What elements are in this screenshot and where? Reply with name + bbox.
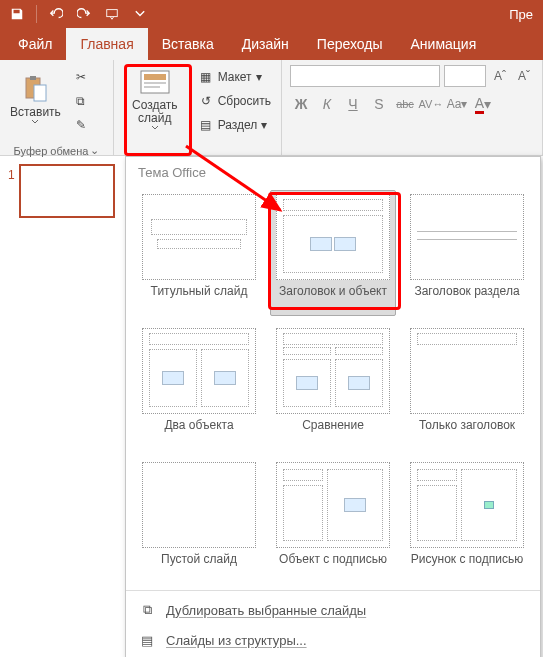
- tab-design[interactable]: Дизайн: [228, 28, 303, 60]
- layout-comparison[interactable]: Сравнение: [270, 324, 396, 450]
- svg-rect-2: [30, 76, 36, 80]
- section-button[interactable]: ▤Раздел ▾: [194, 114, 275, 136]
- layout-picture-caption[interactable]: Рисунок с подписью: [404, 458, 530, 584]
- chevron-down-icon: [133, 7, 147, 21]
- duplicate-label: Дублировать выбранные слайды: [166, 603, 366, 618]
- layout-content-caption[interactable]: Объект с подписью: [270, 458, 396, 584]
- quick-access-toolbar: [4, 3, 153, 25]
- layout-label: Титульный слайд: [151, 284, 248, 312]
- layout-preview: [276, 328, 390, 414]
- svg-rect-7: [144, 86, 160, 88]
- undo-icon: [49, 7, 63, 21]
- layout-preview: [276, 194, 390, 280]
- layout-blank[interactable]: Пустой слайд: [136, 458, 262, 584]
- tab-home[interactable]: Главная: [66, 28, 147, 60]
- svg-rect-0: [107, 10, 118, 17]
- layout-label: Заголовок раздела: [414, 284, 519, 312]
- slides-from-outline-item[interactable]: ▤ Слайды из структуры...: [126, 625, 540, 655]
- layout-preview: [410, 462, 524, 548]
- chevron-down-icon: [31, 119, 39, 124]
- new-slide-dropdown: Тема Office Титульный слайд Заголовок и …: [125, 156, 541, 657]
- dropdown-actions: ⧉ Дублировать выбранные слайды ▤ Слайды …: [126, 590, 540, 657]
- format-painter-button[interactable]: ✎: [69, 114, 93, 136]
- strike-button[interactable]: abc: [394, 93, 416, 115]
- tab-insert[interactable]: Вставка: [148, 28, 228, 60]
- layout-preview: [410, 328, 524, 414]
- svg-rect-5: [144, 74, 166, 80]
- group-slides-label: [114, 151, 281, 155]
- duplicate-slides-item[interactable]: ⧉ Дублировать выбранные слайды: [126, 595, 540, 625]
- cut-icon: ✂: [73, 69, 89, 85]
- layout-grid: Титульный слайд Заголовок и объект Загол…: [126, 184, 540, 590]
- tab-transitions[interactable]: Переходы: [303, 28, 397, 60]
- layout-title-slide[interactable]: Титульный слайд: [136, 190, 262, 316]
- layout-title-only[interactable]: Только заголовок: [404, 324, 530, 450]
- layout-preview: [142, 328, 256, 414]
- grow-font-button[interactable]: Aˆ: [490, 66, 510, 86]
- save-button[interactable]: [4, 3, 30, 25]
- slide-thumbnail[interactable]: [19, 164, 115, 218]
- layout-label: Два объекта: [164, 418, 233, 446]
- spacing-button[interactable]: AV↔: [420, 93, 442, 115]
- layout-title-content[interactable]: Заголовок и объект: [270, 190, 396, 316]
- font-color-button[interactable]: A▾: [472, 93, 494, 115]
- slide-number: 1: [8, 164, 15, 182]
- group-font: Aˆ Aˇ Ж К Ч S abc AV↔ Aa▾ A▾: [282, 60, 543, 155]
- layout-two-content[interactable]: Два объекта: [136, 324, 262, 450]
- title-bar: Пре: [0, 0, 543, 28]
- font-name-combo[interactable]: [290, 65, 440, 87]
- slide-thumbnail-panel: 1: [0, 156, 130, 657]
- layout-section-header[interactable]: Заголовок раздела: [404, 190, 530, 316]
- underline-button[interactable]: Ч: [342, 93, 364, 115]
- tab-file[interactable]: Файл: [4, 28, 66, 60]
- copy-button[interactable]: ⧉: [69, 90, 93, 112]
- copy-icon: ⧉: [73, 93, 89, 109]
- layout-preview: [276, 462, 390, 548]
- shadow-button[interactable]: S: [368, 93, 390, 115]
- layout-button[interactable]: ▦Макет ▾: [194, 66, 275, 88]
- paste-icon: [22, 75, 48, 103]
- shrink-font-button[interactable]: Aˇ: [514, 66, 534, 86]
- layout-label: Пустой слайд: [161, 552, 237, 580]
- reset-button[interactable]: ↺Сбросить: [194, 90, 275, 112]
- group-clipboard: Вставить ✂ ⧉ ✎ Буфер обмена ⌄: [0, 60, 114, 155]
- new-slide-label: Создать слайд: [124, 99, 186, 125]
- outline-icon: ▤: [138, 631, 156, 649]
- reset-icon: ↺: [198, 93, 214, 109]
- italic-button[interactable]: К: [316, 93, 338, 115]
- slide-thumbnail-row[interactable]: 1: [0, 164, 129, 218]
- duplicate-icon: ⧉: [138, 601, 156, 619]
- chevron-down-icon: [151, 125, 159, 130]
- brush-icon: ✎: [73, 117, 89, 133]
- save-icon: [10, 7, 24, 21]
- change-case-button[interactable]: Aa▾: [446, 93, 468, 115]
- layout-preview: [410, 194, 524, 280]
- slideshow-icon: [105, 7, 119, 21]
- layout-label: Рисунок с подписью: [411, 552, 523, 580]
- undo-button[interactable]: [43, 3, 69, 25]
- cut-button[interactable]: ✂: [69, 66, 93, 88]
- redo-button[interactable]: [71, 3, 97, 25]
- chevron-down-icon: ▾: [261, 118, 267, 132]
- new-slide-button[interactable]: Создать слайд: [118, 64, 192, 134]
- layout-label: Сравнение: [302, 418, 364, 446]
- separator: [36, 5, 37, 23]
- slideshow-button[interactable]: [99, 3, 125, 25]
- bold-button[interactable]: Ж: [290, 93, 312, 115]
- font-size-combo[interactable]: [444, 65, 486, 87]
- layout-label: Заголовок и объект: [279, 284, 387, 312]
- tab-animation[interactable]: Анимация: [397, 28, 491, 60]
- paste-label: Вставить: [10, 106, 61, 119]
- qat-customize[interactable]: [127, 3, 153, 25]
- paste-button[interactable]: Вставить: [4, 64, 67, 134]
- layout-icon: ▦: [198, 69, 214, 85]
- svg-rect-6: [144, 82, 166, 84]
- redo-icon: [77, 7, 91, 21]
- dropdown-theme-header: Тема Office: [126, 157, 540, 184]
- group-slides: Создать слайд ▦Макет ▾ ↺Сбросить ▤Раздел…: [114, 60, 282, 155]
- layout-preview: [142, 194, 256, 280]
- layout-preview: [142, 462, 256, 548]
- chevron-down-icon: ▾: [256, 70, 262, 84]
- outline-label: Слайды из структуры...: [166, 633, 307, 648]
- ribbon: Вставить ✂ ⧉ ✎ Буфер обмена ⌄ Создать сл…: [0, 60, 543, 156]
